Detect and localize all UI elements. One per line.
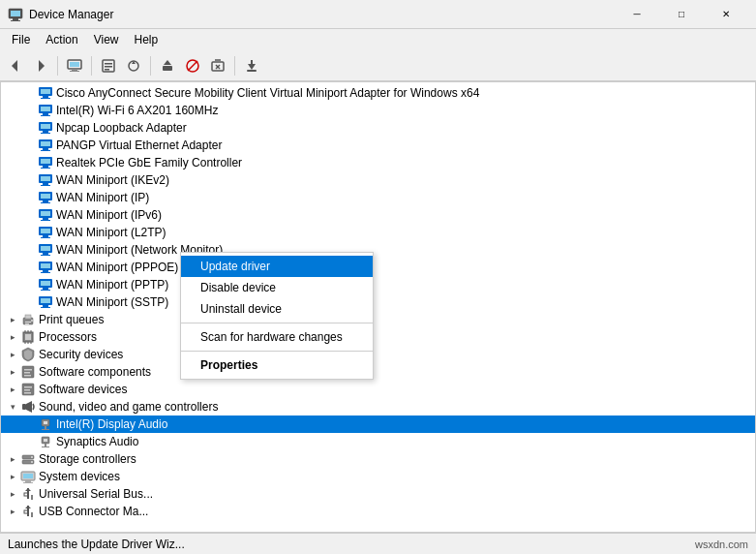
menu-bar: File Action View Help: [0, 29, 756, 50]
tree-item-wan-ip[interactable]: WAN Miniport (IP): [1, 189, 755, 206]
svg-point-126: [31, 515, 33, 517]
tree-item-wan-netmon[interactable]: WAN Miniport (Network Monitor): [1, 241, 755, 259]
scan-button[interactable]: [122, 54, 145, 77]
minimize-button[interactable]: ─: [615, 0, 659, 29]
tree-item-wan-sstp[interactable]: WAN Miniport (SSTP): [1, 293, 755, 311]
back-button[interactable]: [4, 54, 27, 77]
close-button[interactable]: ✕: [704, 0, 748, 29]
svg-rect-52: [43, 200, 48, 202]
expand-btn-software-devices[interactable]: ▸: [5, 382, 20, 397]
tree-item-pangp[interactable]: PANGP Virtual Ethernet Adapter: [1, 137, 755, 154]
svg-rect-76: [43, 305, 48, 307]
context-scan-hardware[interactable]: Scan for hardware changes: [181, 326, 373, 348]
tree-item-intel-wifi[interactable]: Intel(R) Wi-Fi 6 AX201 160MHz: [1, 102, 755, 119]
svg-rect-45: [41, 168, 50, 169]
tree-label-intel-wifi: Intel(R) Wi-Fi 6 AX201 160MHz: [56, 104, 218, 117]
svg-rect-73: [41, 290, 50, 291]
svg-rect-31: [41, 107, 50, 111]
svg-marker-118: [25, 488, 31, 491]
network-icon: [38, 190, 53, 205]
tree-item-wan-ipv6[interactable]: WAN Miniport (IPv6): [1, 206, 755, 224]
menu-file[interactable]: File: [4, 31, 38, 48]
svg-marker-5: [39, 60, 45, 72]
expand-btn-print-queues[interactable]: ▸: [5, 312, 20, 327]
tree-item-software-components[interactable]: ▸ Software components: [1, 363, 755, 381]
tree-item-wan-ikev2[interactable]: WAN Miniport (IKEv2): [1, 171, 755, 189]
tree-item-system-devices[interactable]: ▸ System devices: [1, 468, 755, 485]
network-icon: [38, 260, 53, 275]
tree-item-print-queues[interactable]: ▸ Print queues: [1, 311, 755, 328]
uninstall-button[interactable]: [206, 54, 229, 77]
menu-view[interactable]: View: [86, 31, 127, 48]
svg-rect-29: [41, 98, 50, 99]
computer-button[interactable]: [63, 54, 86, 77]
update-button[interactable]: [156, 54, 179, 77]
tree-label-realtek: Realtek PCIe GbE Family Controller: [56, 156, 242, 169]
context-update-driver[interactable]: Update driver: [181, 256, 373, 277]
expand-btn-usb-connector[interactable]: ▸: [5, 504, 20, 519]
tree-label-wan-ipv6: WAN Miniport (IPv6): [56, 208, 162, 222]
toolbar-separator-1: [57, 56, 58, 76]
tree-item-wan-l2tp[interactable]: WAN Miniport (L2TP): [1, 224, 755, 241]
tree-label-usb-connector: USB Connector Ma...: [39, 505, 148, 518]
menu-action[interactable]: Action: [38, 31, 85, 48]
svg-rect-51: [41, 194, 50, 199]
tree-item-usb-connector[interactable]: ▸ USB Connector Ma...: [1, 503, 755, 520]
download-button[interactable]: [240, 54, 263, 77]
expand-btn-wan-l2tp: [22, 225, 38, 240]
tree-label-wan-sstp: WAN Miniport (SSTP): [56, 295, 168, 309]
svg-rect-43: [41, 159, 50, 164]
svg-rect-114: [23, 474, 33, 478]
svg-rect-104: [42, 429, 49, 430]
network-icon: [38, 294, 53, 310]
expand-btn-sound[interactable]: ▾: [5, 399, 20, 415]
expand-btn-storage-controllers[interactable]: ▸: [5, 451, 20, 467]
forward-button[interactable]: [29, 54, 52, 77]
tree-item-software-devices[interactable]: ▸ Software devices: [1, 381, 755, 398]
expand-btn-system-devices[interactable]: ▸: [5, 469, 20, 484]
svg-rect-37: [41, 133, 50, 134]
expand-btn-processors[interactable]: ▸: [5, 329, 20, 345]
expand-btn-wan-pppoe: [22, 260, 38, 275]
tree-item-npcap[interactable]: Npcap Loopback Adapter: [1, 119, 755, 137]
context-menu: Update driver Disable device Uninstall d…: [180, 252, 374, 380]
context-properties[interactable]: Properties: [181, 354, 373, 376]
disable-button[interactable]: [181, 54, 204, 77]
svg-rect-72: [43, 288, 48, 290]
expand-btn-software-components[interactable]: ▸: [5, 364, 20, 380]
svg-rect-64: [43, 253, 48, 255]
properties-button[interactable]: [97, 54, 120, 77]
svg-rect-27: [41, 89, 50, 94]
expand-btn-security-devices[interactable]: ▸: [5, 347, 20, 362]
network-icon: [38, 225, 53, 240]
title-bar: Device Manager ─ □ ✕: [0, 0, 756, 29]
tree-item-sound[interactable]: ▾ Sound, video and game controllers: [1, 398, 755, 416]
svg-rect-97: [24, 389, 30, 391]
tree-item-intel-display-audio[interactable]: Intel(R) Display Audio: [1, 416, 755, 433]
device-tree[interactable]: Cisco AnyConnect Secure Mobility Client …: [1, 82, 755, 532]
tree-item-universal-serial-bus[interactable]: ▸ Universal Serial Bus...: [1, 485, 755, 503]
tree-item-wan-pptp[interactable]: WAN Miniport (PPTP): [1, 276, 755, 293]
tree-item-processors[interactable]: ▸ Processors: [1, 328, 755, 346]
svg-point-111: [31, 456, 33, 458]
tree-item-synaptics-audio[interactable]: Synaptics Audio: [1, 433, 755, 450]
tree-label-software-components: Software components: [39, 365, 151, 379]
tree-item-realtek[interactable]: Realtek PCIe GbE Family Controller: [1, 154, 755, 171]
svg-rect-55: [41, 211, 50, 216]
svg-rect-68: [43, 270, 48, 272]
tree-label-wan-ip: WAN Miniport (IP): [56, 191, 149, 204]
svg-marker-100: [26, 401, 32, 413]
svg-rect-2: [13, 18, 18, 20]
tree-item-storage-controllers[interactable]: ▸ Storage controllers: [1, 450, 755, 468]
context-disable-device[interactable]: Disable device: [181, 277, 373, 298]
tree-item-wan-pppoe[interactable]: WAN Miniport (PPPOE): [1, 259, 755, 276]
menu-help[interactable]: Help: [127, 31, 166, 48]
context-uninstall-device[interactable]: Uninstall device: [181, 298, 373, 320]
toolbar-separator-4: [234, 56, 235, 76]
svg-rect-56: [43, 218, 48, 220]
maximize-button[interactable]: □: [659, 0, 704, 29]
tree-item-cisco[interactable]: Cisco AnyConnect Secure Mobility Client …: [1, 84, 755, 102]
tree-item-security-devices[interactable]: ▸ Security devices: [1, 346, 755, 363]
svg-rect-103: [45, 426, 46, 429]
expand-btn-universal-serial-bus[interactable]: ▸: [5, 486, 20, 502]
